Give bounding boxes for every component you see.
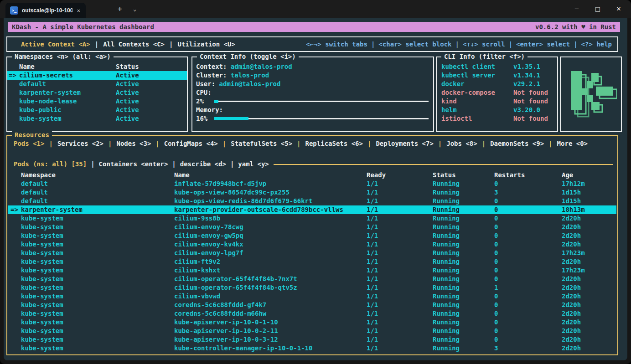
pod-row[interactable]: kube-systemcilium-ft9v21/1Running02d20h [8,257,616,266]
cli-tool-name: kubectl server [441,71,513,80]
pod-row[interactable]: kube-systemcilium-envoy-78cwg1/1Running0… [8,223,616,231]
pods-header-rule [274,164,613,165]
pod-row[interactable]: kube-systemkube-controller-manager-ip-10… [8,344,616,353]
pod-ready: 1/1 [367,214,433,223]
overview-panels: Namespaces <n> (all: <a>) Name Status =>… [4,56,627,132]
resource-tab[interactable]: Services <2> [57,140,103,147]
namespace-row[interactable]: kube-publicActive [7,106,187,114]
resource-tab[interactable]: DaemonSets <9> [490,140,544,147]
namespace-row[interactable]: defaultActive [7,80,187,88]
terminal-tab[interactable]: >_ outscale@ip-10-100-1-10:~ ✕ [5,3,86,18]
pod-status: Running [433,275,494,283]
resource-tab-separator: | [222,140,226,147]
pod-namespace: kube-system [21,344,174,353]
pod-row[interactable]: kube-systemcilium-vbvwd1/1Running02d20h [8,292,616,301]
pod-row[interactable]: defaultkube-ops-view-86547dc99c-px2551/1… [8,188,616,197]
logo-panel [560,56,622,132]
top-menubar: Active Context <A>|All Contexts <C>|Util… [6,36,618,52]
cpu-bar-track [214,97,429,106]
pod-ready: 1/1 [367,188,433,197]
pod-row[interactable]: kube-systemkube-apiserver-ip-10-0-2-111/… [8,327,616,335]
namespace-status: Active [116,71,187,80]
pod-row[interactable]: kube-systemcilium-kshxt1/1Running017h23m [8,266,616,275]
pod-row[interactable]: kube-systemkube-apiserver-ip-10-0-3-121/… [8,335,616,344]
selection-arrow: => [9,205,21,214]
pod-ready: 1/1 [367,249,433,257]
pod-age: 17h23m [562,266,615,275]
pod-row[interactable]: kube-systemcilium-envoy-kv4kx1/1Running0… [8,240,616,249]
namespace-row[interactable]: karpenter-systemActive [7,88,187,97]
resources-panel-title: Resources [12,131,52,139]
context-field-label: User: [196,80,219,87]
menubar-tab[interactable]: Active Context <A> [21,41,90,48]
pod-row[interactable]: kube-systemcilium-operator-65f4f4f84b-qt… [8,283,616,292]
pod-restarts: 3 [494,188,562,197]
close-tab-icon[interactable]: ✕ [76,7,81,14]
namespaces-table: Name Status =>cilium-secretsActivedefaul… [7,62,187,123]
menubar-tab[interactable]: Utilization <U> [177,41,235,48]
maximize-button[interactable]: □ [587,0,608,18]
pods-actions: |Containers <enter>|describe <d>|yaml <y… [87,160,269,169]
cli-tool-row: kubectl clientv1.35.1 [441,62,553,71]
close-button[interactable]: ✕ [608,0,629,18]
pod-row[interactable]: kube-systemkube-apiserver-ip-10-0-1-101/… [8,318,616,327]
namespace-row[interactable]: kube-systemActive [7,114,187,123]
key-hint: <char> select block [378,41,451,48]
resource-tab[interactable]: More <0> [557,140,588,147]
pod-restarts: 3 [494,344,562,353]
selection-arrow: => [7,71,19,80]
menubar-tab[interactable]: All Contexts <C> [103,41,165,48]
resource-tab[interactable]: ReplicaSets <6> [305,140,363,147]
selection-arrow [9,231,21,240]
namespace-name: kube-public [19,106,116,114]
pod-row[interactable]: kube-systemcilium-operator-65f4f4f84b-7n… [8,275,616,283]
pod-namespace: kube-system [21,335,174,344]
resource-tab[interactable]: Jobs <8> [446,140,477,147]
pod-ready: 1/1 [367,318,433,327]
menubar-tabs: Active Context <A>|All Contexts <C>|Util… [21,40,235,49]
pod-row[interactable]: =>karpenter-systemkarpenter-provider-out… [8,205,616,214]
app-version: v0.6.2 with ♥ in Rust [535,22,616,32]
namespace-row[interactable]: =>cilium-secretsActive [7,71,187,80]
resource-tab[interactable]: Nodes <3> [116,140,151,147]
selection-arrow [9,301,21,309]
namespace-name: kube-system [19,114,116,123]
pod-namespace: karpenter-system [21,205,174,214]
namespace-row[interactable]: kube-node-leaseActive [7,97,187,106]
hint-separator: | [371,41,375,48]
memory-percent: 16% [196,114,212,123]
new-tab-button[interactable]: + [118,4,122,14]
resource-tab[interactable]: ConfigMaps <4> [164,140,218,147]
resource-tab[interactable]: StatefulSets <5> [231,140,292,147]
minimize-button[interactable]: ─ [566,0,587,18]
pod-row[interactable]: defaultinflate-57d9948bcf-d5jvp1/1Runnin… [8,179,616,188]
pod-namespace: kube-system [21,309,174,318]
pod-row[interactable]: kube-systemcoredns-5c6c88fddd-m66hw1/1Ru… [8,309,616,318]
window-controls: ─ □ ✕ [566,0,629,18]
pod-status: Running [433,197,494,205]
pod-row[interactable]: kube-systemcoredns-5c6c88fddd-gf4k71/1Ru… [8,301,616,309]
resource-tab[interactable]: Pods <1> [14,140,44,147]
tab-dropdown-button[interactable]: ⌄ [133,4,136,14]
pod-row[interactable]: defaultkube-ops-view-redis-86d7d6f679-66… [8,197,616,205]
pod-row[interactable]: kube-systemcilium-envoy-gw5pq1/1Running0… [8,231,616,240]
selection-arrow [9,223,21,231]
selection-arrow [7,106,19,114]
resource-tab[interactable]: Deployments <7> [376,140,433,147]
selection-arrow [7,97,19,106]
column-namespace: Namespace [21,171,174,179]
pod-ready: 1/1 [367,231,433,240]
column-status: Status [433,171,494,179]
pod-name: kube-apiserver-ip-10-0-3-12 [174,335,367,344]
pod-name: cilium-9ss8b [174,214,367,223]
pod-status: Running [433,335,494,344]
pod-status: Running [433,223,494,231]
memory-bar-track [214,114,429,123]
pod-namespace: kube-system [21,231,174,240]
pod-age: 2d20h [562,223,615,231]
pod-row[interactable]: kube-systemcilium-envoy-lpg7f1/1Running0… [8,249,616,257]
pod-ready: 1/1 [367,257,433,266]
pod-row[interactable]: kube-systemcilium-9ss8b1/1Running02d20h [8,214,616,223]
cli-tool-version: Not found [513,97,553,106]
column-name: Name [19,62,116,71]
